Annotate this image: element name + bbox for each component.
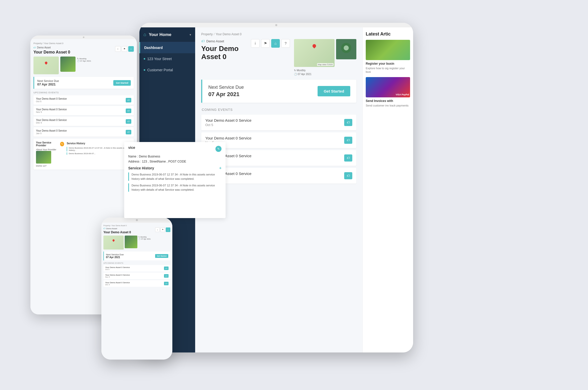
ts-upcoming-title: Upcoming events: [33, 91, 134, 94]
ts-provider-about: About Your Provider: [36, 148, 64, 151]
breadcrumb-separator: /: [214, 32, 214, 36]
ph-home-button[interactable]: ⌂: [166, 227, 170, 232]
ts-bookmark-button[interactable]: ⚑: [122, 46, 127, 52]
ts-event-item-0: Your Demo Asset 0 Service Oct 5 🏷: [33, 95, 134, 105]
map-info: ↻ Monthly 🕐 07 Apr 2021: [294, 68, 335, 76]
ts-get-started-button[interactable]: Get Started: [113, 80, 131, 86]
ts-breadcrumb: Property / Your Demo Asset 0: [33, 42, 134, 45]
ts-map-thumb: [60, 57, 76, 72]
mp-name-field: Name : Demo Business: [128, 155, 222, 158]
event-item-0: Your Demo Asset 0 Service Oct 5 🏷: [201, 115, 356, 130]
article-title-0: Register your busin: [366, 62, 410, 66]
sidebar-header[interactable]: ⌂ Your Home ▾: [139, 27, 195, 42]
ts-event-item-1: Your Demo Asset 0 Service Nov 5 🏷: [33, 106, 134, 115]
ph-bookmark-button[interactable]: ⚑: [160, 227, 165, 232]
ts-sp-header: Your Service Provider ✎: [36, 141, 64, 147]
event-tag-button-3[interactable]: 🏷: [344, 172, 352, 179]
ts-map-area: ↻ Monthly 🕐 07 Apr 2021: [33, 57, 134, 74]
home-button[interactable]: ⌂: [271, 39, 280, 48]
ts-map-date: 🕐 07 Apr 2021: [77, 60, 91, 62]
ph-event-tag-1[interactable]: 🏷: [164, 274, 169, 278]
ph-event-item-0: Your Demo Asset 0 Service Oct 5 🏷: [103, 265, 170, 272]
info-icon: i: [255, 41, 255, 45]
mp-sh-title: Service History +: [128, 166, 222, 170]
ph-event-date-0: Oct 5: [105, 269, 130, 270]
ph-event-tag-0[interactable]: 🏷: [164, 267, 169, 270]
ph-event-name-1: Your Demo Asset 0 Service: [105, 274, 130, 276]
sidebar-item-street[interactable]: 123 Your Street: [139, 53, 195, 64]
ts-sh-header: Service History +: [67, 141, 131, 145]
chevron-down-icon: ▾: [190, 33, 191, 37]
help-button[interactable]: ?: [281, 39, 290, 48]
get-started-button[interactable]: Get Started: [318, 86, 350, 96]
event-date-0: Oct 5: [205, 123, 251, 127]
ts-sp-edit-button[interactable]: ✎: [60, 142, 64, 146]
asset-title-section: 🏷 Demo Asset Your Demo Asset 0: [201, 39, 251, 61]
sidebar-item-dashboard[interactable]: Dashboard: [139, 42, 195, 53]
ph-info-button[interactable]: i: [155, 227, 160, 232]
mp-sh-add-button[interactable]: +: [219, 166, 222, 170]
ts-event-date-0: Oct 5: [36, 100, 67, 103]
ph-get-started-button[interactable]: Get Started: [155, 254, 168, 258]
ph-asset-title: Your Demo Asset 0: [103, 231, 131, 234]
tablet-home-button: [275, 24, 277, 26]
article-desc-0: Explore how to sig register your busi: [366, 66, 410, 74]
article-image-payment: [366, 77, 410, 97]
ph-map-date: 🕐 07 Apr 2021: [138, 238, 151, 240]
ts-asset-tag: 🏷 Demo Asset: [33, 46, 70, 49]
ts-provider-section: Your Service Provider ✎ About Your Provi…: [36, 141, 131, 167]
tag-icon: 🏷: [201, 39, 205, 43]
ph-event-tag-2[interactable]: 🏷: [164, 282, 169, 285]
ph-event-item-1: Your Demo Asset 0 Service Nov 5 🏷: [103, 273, 170, 279]
ph-next-service-date: 07 Apr 2021: [106, 256, 124, 259]
asset-header: 🏷 Demo Asset Your Demo Asset 0 i ⚑: [201, 39, 356, 76]
ts-event-date-1: Nov 5: [36, 111, 67, 113]
ph-tag-icon: 🏷: [103, 227, 105, 230]
breadcrumb: Property / Your Demo Asset 0: [201, 32, 356, 36]
phone-body: Property / Your Demo Asset 0 🏷 Demo Asse…: [101, 223, 172, 360]
sidebar-home-title: Your Home: [149, 32, 187, 37]
next-service-box: Next Service Due 07 Apr 2021 Get Started: [201, 80, 356, 103]
bookmark-button[interactable]: ⚑: [261, 39, 270, 48]
article-item-0[interactable]: Register your busin Explore how to sig r…: [366, 40, 410, 74]
asset-tag: 🏷 Demo Asset: [201, 39, 251, 43]
ts-next-service-date: 07 Apr 2021: [37, 82, 59, 86]
tablet-small-dot: [83, 37, 84, 38]
breadcrumb-current: Your Demo Asset 0: [216, 32, 242, 36]
mp-name-value: Demo Business: [139, 155, 160, 158]
event-tag-button-2[interactable]: 🏷: [344, 154, 352, 162]
sidebar-item-portal[interactable]: Customer Portal: [139, 64, 195, 76]
ph-event-name-0: Your Demo Asset 0 Service: [105, 266, 130, 269]
ph-asset-header: 🏷 Demo Asset Your Demo Asset 0 i ⚑ ⌂: [103, 227, 170, 234]
ph-event-date-1: Nov 5: [105, 276, 130, 278]
question-icon: ?: [285, 41, 287, 45]
ph-action-buttons: i ⚑ ⌂: [155, 227, 170, 232]
event-tag-button-0[interactable]: 🏷: [344, 119, 352, 126]
asset-map-area: Map data ©2020 ↻ Monthly 🕐 07 Apr 2021: [294, 39, 356, 76]
info-button[interactable]: i: [251, 39, 260, 48]
ts-sh-title: Service History: [67, 142, 85, 145]
ts-event-tag-0[interactable]: 🏷: [126, 98, 131, 102]
article-item-1[interactable]: Send Invoices with Send customer inv tra…: [366, 77, 410, 107]
ph-event-date-2: Dec 5: [105, 284, 130, 286]
ph-breadcrumb: Property / Your Demo Asset 0: [103, 225, 170, 226]
event-tag-button-1[interactable]: 🏷: [344, 137, 352, 144]
ts-event-name-2: Your Demo Asset 0 Service: [36, 119, 67, 121]
article-desc-1: Send customer inv track payments: [366, 104, 410, 107]
ts-event-tag-3[interactable]: 🏷: [126, 130, 131, 134]
breadcrumb-parent[interactable]: Property: [201, 32, 213, 36]
ts-event-date-3: Jan 5: [36, 132, 67, 135]
upcoming-events-title: coming events: [201, 108, 356, 112]
ts-info-button[interactable]: i: [115, 46, 121, 52]
ts-home-button[interactable]: ⌂: [128, 46, 134, 52]
mp-edit-button[interactable]: ✎: [215, 146, 222, 152]
ts-event-tag-2[interactable]: 🏷: [126, 119, 131, 124]
map-view[interactable]: Map data ©2020: [294, 39, 335, 67]
ts-event-tag-1[interactable]: 🏷: [126, 109, 131, 113]
next-service-date: 07 Apr 2021: [208, 91, 244, 98]
house-icon: ⌂: [274, 41, 277, 45]
ph-asset-tag-label: Demo Asset: [106, 227, 117, 230]
asset-action-buttons: i ⚑ ⌂ ?: [251, 39, 290, 48]
ts-event-name-1: Your Demo Asset 0 Service: [36, 108, 67, 111]
ts-event-item-3: Your Demo Asset 0 Service Jan 5 🏷: [33, 127, 134, 137]
